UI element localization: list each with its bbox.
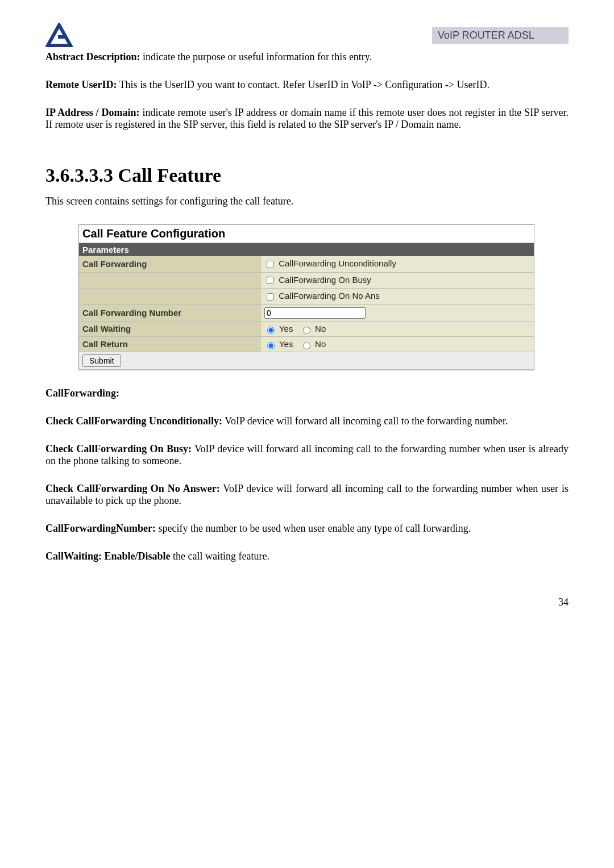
remote-userid-paragraph: Remote UserID: This is the UserID you wa… [45,79,569,91]
submit-button[interactable]: Submit [82,354,121,367]
cf-number-paragraph: CallForwardingNumber: specify the number… [45,523,569,535]
cf-number-label: Call Forwarding Number [79,304,261,321]
yes-label: Yes [279,339,293,349]
cf-heading-label: CallForwarding: [45,387,119,399]
call-return-label: Call Return [79,336,261,352]
config-table: Call Forwarding CallForwarding Unconditi… [79,256,534,370]
page-number: 34 [45,596,569,608]
callforwarding-heading: CallForwarding: [45,387,569,399]
cfn-label: CallForwardingNumber: [45,523,156,534]
cf-unconditional-label: CallForwarding Unconditionally [279,258,396,268]
cf-noans-label: Check CallForwarding On No Answer: [45,483,220,494]
abstract-paragraph: Abstract Description: indicate the purpo… [45,51,569,63]
cf-number-input[interactable] [264,307,366,319]
logo-icon [45,23,73,48]
call-waiting-paragraph: CallWaiting: Enable/Disable the call wai… [45,550,569,562]
table-row: Call Waiting Yes No [79,321,534,336]
parameters-header: Parameters [79,243,534,256]
empty-label [79,289,261,305]
call-waiting-no-radio[interactable] [303,327,310,334]
empty-label [79,272,261,289]
cf-on-busy-label: CallForwarding On Busy [279,275,371,285]
remote-userid-label: Remote UserID: [45,79,117,90]
cf-no-ans-checkbox[interactable] [267,293,274,301]
cf-on-busy-checkbox[interactable] [267,277,274,284]
call-return-no-radio[interactable] [303,342,310,349]
abstract-label: Abstract Description: [45,51,140,62]
cf-on-busy-paragraph: Check CallForwarding On Busy: VoIP devic… [45,443,569,467]
section-title: 3.6.3.3.3 Call Feature [45,165,569,186]
table-row: Call Forwarding CallForwarding Unconditi… [79,256,534,272]
cw-label: CallWaiting: Enable/Disable [45,550,171,562]
cf-unconditional-checkbox[interactable] [267,261,274,268]
cf-unconditional-paragraph: Check CallForwarding Unconditionally: Vo… [45,415,569,427]
cf-uncond-text: VoIP device will forward all incoming ca… [222,415,508,427]
brand-label: VoIP ROUTER ADSL [432,27,569,44]
cf-on-busy-cell: CallForwarding On Busy [261,272,534,289]
cw-text: the call waiting feature. [171,550,269,562]
svg-rect-0 [58,35,66,39]
table-row: CallForwarding On No Ans [79,289,534,305]
call-forwarding-label: Call Forwarding [79,256,261,272]
cf-no-ans-label: CallForwarding On No Ans [279,291,380,301]
call-waiting-label: Call Waiting [79,321,261,336]
cf-no-ans-cell: CallForwarding On No Ans [261,289,534,305]
cf-unconditional-cell: CallForwarding Unconditionally [261,256,534,272]
ip-domain-label: IP Address / Domain: [45,107,140,118]
table-row: CallForwarding On Busy [79,272,534,289]
ip-domain-paragraph: IP Address / Domain: indicate remote use… [45,107,569,131]
page-header: VoIP ROUTER ADSL [45,23,569,48]
section-subtitle: This screen contains settings for config… [45,195,569,207]
remote-userid-text: This is the UserID you want to contact. … [117,79,489,90]
no-label: No [315,324,326,333]
call-waiting-cell: Yes No [261,321,534,336]
no-label: No [315,339,326,349]
cfn-text: specify the number to be used when user … [156,523,471,534]
cf-uncond-label: Check CallForwarding Unconditionally: [45,415,222,427]
call-feature-config-panel: Call Feature Configuration Parameters Ca… [78,224,534,370]
call-return-yes-radio[interactable] [267,342,275,349]
cf-busy-label: Check CallForwarding On Busy: [45,443,192,454]
call-waiting-yes-radio[interactable] [267,327,275,334]
abstract-text: indicate the purpose or useful informati… [140,51,372,62]
table-row: Call Forwarding Number [79,304,534,321]
cf-no-answer-paragraph: Check CallForwarding On No Answer: VoIP … [45,483,569,507]
config-title: Call Feature Configuration [79,225,534,243]
cf-number-cell [261,304,534,321]
call-return-cell: Yes No [261,336,534,352]
table-row: Call Return Yes No [79,336,534,352]
yes-label: Yes [279,324,293,333]
submit-row: Submit [79,352,534,369]
